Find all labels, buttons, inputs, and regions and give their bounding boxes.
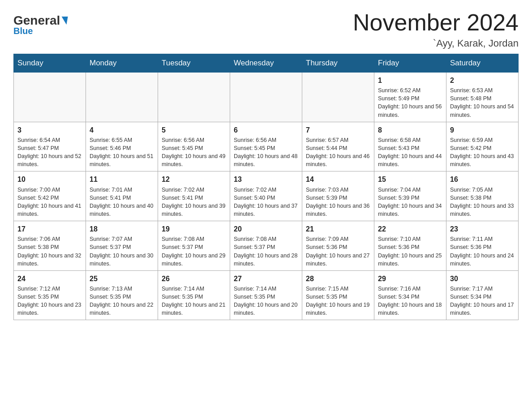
sunset-text: Sunset: 5:35 PM	[234, 293, 298, 301]
sunset-text: Sunset: 5:43 PM	[378, 144, 442, 152]
day-number: 10	[17, 174, 82, 184]
day-number: 2	[450, 75, 515, 86]
calendar-cell: 16Sunrise: 7:05 AMSunset: 5:38 PMDayligh…	[446, 171, 519, 221]
daylight-text: Daylight: 10 hours and 20 minutes.	[234, 301, 298, 317]
day-number: 20	[234, 224, 298, 234]
sunset-text: Sunset: 5:45 PM	[162, 144, 226, 152]
daylight-text: Daylight: 10 hours and 49 minutes.	[162, 152, 226, 168]
day-number: 6	[234, 125, 298, 135]
day-number: 23	[450, 224, 515, 234]
sunrise-text: Sunrise: 6:54 AM	[17, 136, 82, 144]
calendar-cell: 7Sunrise: 6:57 AMSunset: 5:44 PMDaylight…	[302, 122, 374, 171]
day-number: 16	[450, 174, 515, 184]
sunrise-text: Sunrise: 7:14 AM	[234, 285, 298, 293]
calendar-cell: 18Sunrise: 7:07 AMSunset: 5:37 PMDayligh…	[86, 221, 158, 271]
calendar-cell	[302, 73, 374, 122]
daylight-text: Daylight: 10 hours and 41 minutes.	[17, 202, 82, 218]
sunset-text: Sunset: 5:36 PM	[378, 243, 442, 251]
sunrise-text: Sunrise: 7:15 AM	[306, 285, 370, 293]
day-number: 9	[450, 125, 515, 135]
sunset-text: Sunset: 5:35 PM	[17, 293, 82, 301]
col-sunday: Sunday	[14, 54, 86, 73]
calendar-cell: 3Sunrise: 6:54 AMSunset: 5:47 PMDaylight…	[14, 122, 86, 171]
sunrise-text: Sunrise: 7:12 AM	[17, 285, 82, 293]
daylight-text: Daylight: 10 hours and 21 minutes.	[162, 301, 226, 317]
sunrise-text: Sunrise: 7:17 AM	[450, 285, 515, 293]
day-number: 14	[306, 174, 370, 184]
day-number: 30	[450, 274, 515, 284]
calendar-cell: 24Sunrise: 7:12 AMSunset: 5:35 PMDayligh…	[14, 270, 86, 320]
day-number: 1	[378, 75, 442, 86]
col-saturday: Saturday	[446, 54, 519, 73]
col-tuesday: Tuesday	[158, 54, 230, 73]
sunset-text: Sunset: 5:37 PM	[162, 243, 226, 251]
day-number: 27	[234, 274, 298, 284]
calendar-cell: 6Sunrise: 6:56 AMSunset: 5:45 PMDaylight…	[230, 122, 302, 171]
calendar-cell: 1Sunrise: 6:52 AMSunset: 5:49 PMDaylight…	[374, 73, 446, 122]
sunrise-text: Sunrise: 7:01 AM	[90, 186, 154, 194]
calendar-cell: 2Sunrise: 6:53 AMSunset: 5:48 PMDaylight…	[446, 73, 519, 122]
sunrise-text: Sunrise: 7:02 AM	[234, 186, 298, 194]
sunset-text: Sunset: 5:36 PM	[306, 243, 370, 251]
day-number: 17	[17, 224, 82, 234]
sunset-text: Sunset: 5:46 PM	[90, 144, 154, 152]
sunset-text: Sunset: 5:37 PM	[234, 243, 298, 251]
daylight-text: Daylight: 10 hours and 34 minutes.	[378, 202, 442, 218]
calendar-location: `Ayy, Karak, Jordan	[353, 38, 519, 49]
sunset-text: Sunset: 5:36 PM	[450, 243, 515, 251]
daylight-text: Daylight: 10 hours and 44 minutes.	[378, 152, 442, 168]
sunset-text: Sunset: 5:49 PM	[378, 94, 442, 103]
sunset-text: Sunset: 5:40 PM	[234, 194, 298, 202]
sunrise-text: Sunrise: 7:07 AM	[90, 235, 154, 243]
daylight-text: Daylight: 10 hours and 27 minutes.	[306, 252, 370, 268]
sunset-text: Sunset: 5:42 PM	[450, 144, 515, 152]
sunset-text: Sunset: 5:45 PM	[234, 144, 298, 152]
sunrise-text: Sunrise: 7:06 AM	[17, 235, 82, 243]
calendar-week-row: 17Sunrise: 7:06 AMSunset: 5:38 PMDayligh…	[14, 221, 519, 271]
sunrise-text: Sunrise: 7:09 AM	[306, 235, 370, 243]
day-number: 3	[17, 125, 82, 135]
calendar-cell: 26Sunrise: 7:14 AMSunset: 5:35 PMDayligh…	[158, 270, 230, 320]
day-number: 22	[378, 224, 442, 234]
daylight-text: Daylight: 10 hours and 37 minutes.	[234, 202, 298, 218]
sunrise-text: Sunrise: 7:10 AM	[378, 235, 442, 243]
daylight-text: Daylight: 10 hours and 54 minutes.	[450, 103, 515, 119]
sunset-text: Sunset: 5:35 PM	[306, 293, 370, 301]
sunset-text: Sunset: 5:38 PM	[17, 243, 82, 251]
sunrise-text: Sunrise: 6:59 AM	[450, 136, 515, 144]
col-monday: Monday	[86, 54, 158, 73]
sunset-text: Sunset: 5:35 PM	[162, 293, 226, 301]
daylight-text: Daylight: 10 hours and 40 minutes.	[90, 202, 154, 218]
sunrise-text: Sunrise: 6:55 AM	[90, 136, 154, 144]
calendar-title: November 2024	[353, 9, 519, 36]
calendar-cell: 8Sunrise: 6:58 AMSunset: 5:43 PMDaylight…	[374, 122, 446, 171]
page-header: General Blue November 2024 `Ayy, Karak, …	[13, 9, 519, 49]
calendar-cell	[14, 73, 86, 122]
daylight-text: Daylight: 10 hours and 25 minutes.	[378, 252, 442, 268]
calendar-cell: 23Sunrise: 7:11 AMSunset: 5:36 PMDayligh…	[446, 221, 519, 271]
day-number: 4	[90, 125, 154, 135]
calendar-cell: 17Sunrise: 7:06 AMSunset: 5:38 PMDayligh…	[14, 221, 86, 271]
day-number: 19	[162, 224, 226, 234]
daylight-text: Daylight: 10 hours and 51 minutes.	[90, 152, 154, 168]
daylight-text: Daylight: 10 hours and 52 minutes.	[17, 152, 82, 168]
sunset-text: Sunset: 5:39 PM	[378, 194, 442, 202]
day-number: 26	[162, 274, 226, 284]
daylight-text: Daylight: 10 hours and 43 minutes.	[450, 152, 515, 168]
sunrise-text: Sunrise: 7:04 AM	[378, 186, 442, 194]
daylight-text: Daylight: 10 hours and 56 minutes.	[378, 103, 442, 119]
calendar-cell: 21Sunrise: 7:09 AMSunset: 5:36 PMDayligh…	[302, 221, 374, 271]
day-number: 29	[378, 274, 442, 284]
sunset-text: Sunset: 5:47 PM	[17, 144, 82, 152]
calendar-cell: 30Sunrise: 7:17 AMSunset: 5:34 PMDayligh…	[446, 270, 519, 320]
day-number: 11	[90, 174, 154, 184]
col-thursday: Thursday	[302, 54, 374, 73]
day-number: 5	[162, 125, 226, 135]
daylight-text: Daylight: 10 hours and 24 minutes.	[450, 252, 515, 268]
day-number: 21	[306, 224, 370, 234]
calendar-cell: 5Sunrise: 6:56 AMSunset: 5:45 PMDaylight…	[158, 122, 230, 171]
sunrise-text: Sunrise: 6:58 AM	[378, 136, 442, 144]
calendar-cell: 14Sunrise: 7:03 AMSunset: 5:39 PMDayligh…	[302, 171, 374, 221]
daylight-text: Daylight: 10 hours and 23 minutes.	[17, 301, 82, 317]
calendar-cell: 11Sunrise: 7:01 AMSunset: 5:41 PMDayligh…	[86, 171, 158, 221]
